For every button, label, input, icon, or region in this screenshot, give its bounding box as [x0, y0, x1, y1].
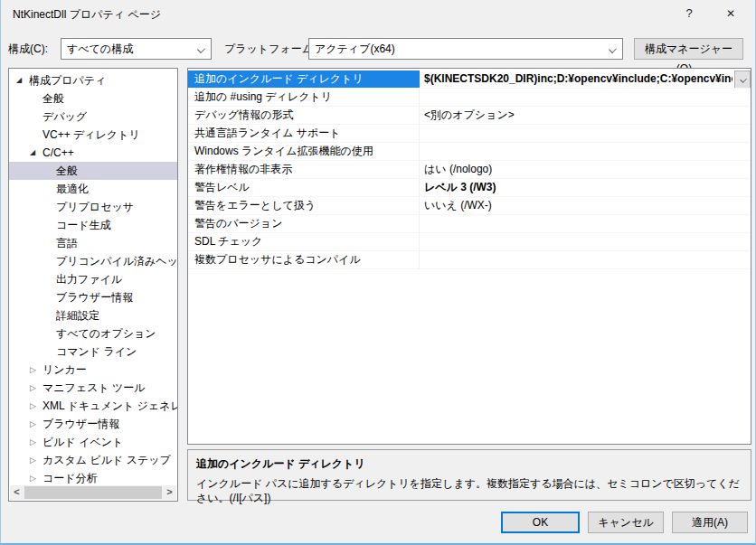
tree-collapsed-icon[interactable]: ▷ [30, 451, 43, 469]
platform-value: アクティブ(x64) [315, 42, 395, 55]
property-value[interactable]: はい (/nologo) [420, 161, 751, 178]
help-icon[interactable]: ? [670, 0, 708, 27]
property-value-text: $(KINECTSDK20_DIR)inc;D:¥opencv¥include;… [424, 70, 732, 88]
property-row[interactable]: 警告のバージョン [188, 215, 751, 233]
property-name[interactable]: デバッグ情報の形式 [188, 107, 420, 124]
tree-expanded-icon[interactable]: ◢ [30, 144, 43, 162]
tree-item[interactable]: 出力ファイル [9, 270, 177, 288]
tree-item-label: コード分析 [43, 469, 98, 487]
tree-collapsed-icon[interactable]: ▷ [30, 469, 43, 487]
property-value[interactable]: <別のオプション> [420, 107, 751, 124]
property-row[interactable]: 警告レベルレベル 3 (/W3) [188, 179, 751, 197]
tree-item[interactable]: 最適化 [9, 180, 177, 198]
platform-dropdown[interactable]: アクティブ(x64) [308, 38, 623, 60]
property-row[interactable]: Windows ランタイム拡張機能の使用 [188, 143, 751, 161]
chevron-down-icon [609, 45, 617, 53]
property-name[interactable]: 警告のバージョン [188, 215, 420, 232]
tree-item[interactable]: VC++ ディレクトリ [9, 126, 177, 144]
property-pages-dialog: NtKinectDll プロパティ ページ ? ✕ 構成(C): すべての構成 … [0, 0, 756, 545]
property-name[interactable]: 複数プロセッサによるコンパイル [188, 251, 420, 268]
tree-item-label: 出力ファイル [56, 270, 122, 288]
tree-item[interactable]: ブラウザー情報 [9, 288, 177, 306]
tree-collapsed-icon[interactable]: ▷ [30, 379, 43, 397]
tree-collapsed-icon[interactable]: ▷ [30, 397, 43, 415]
tree-item[interactable]: ▷XML ドキュメント ジェネレーター [9, 397, 177, 415]
tree-item[interactable]: ▷ビルド イベント [9, 433, 177, 451]
scroll-right-arrow-icon[interactable]: > [163, 485, 176, 500]
tree-item[interactable]: ▷リンカー [9, 361, 177, 379]
tree-collapsed-icon[interactable]: ▷ [30, 433, 43, 451]
tree-item[interactable]: すべてのオプション [9, 324, 177, 343]
tree-item-label: 最適化 [56, 180, 89, 198]
description-body: インクルード パスに追加するディレクトリを指定します。複数指定する場合には、セミ… [196, 476, 742, 505]
property-name[interactable]: Windows ランタイム拡張機能の使用 [188, 143, 420, 160]
property-name[interactable]: 追加のインクルード ディレクトリ [188, 70, 420, 88]
configuration-value: すべての構成 [67, 42, 133, 55]
tree-item-label: コマンド ライン [56, 343, 137, 361]
configuration-manager-button[interactable]: 構成マネージャー(O)... [634, 38, 743, 60]
property-grid-panel: 追加のインクルード ディレクトリ$(KINECTSDK20_DIR)inc;D:… [187, 68, 751, 445]
property-value[interactable] [420, 143, 751, 160]
tree-item[interactable]: ▷マニフェスト ツール [9, 379, 177, 397]
scroll-left-arrow-icon[interactable]: < [10, 485, 24, 500]
tree-item[interactable]: ▷コード分析 [9, 469, 177, 487]
property-row[interactable]: SDL チェック [188, 233, 751, 251]
tree-collapsed-icon[interactable]: ▷ [30, 415, 43, 433]
configuration-label: 構成(C): [8, 38, 48, 60]
tree-item[interactable]: コマンド ライン [9, 343, 177, 361]
property-name[interactable]: 警告レベル [188, 179, 420, 196]
tree-item[interactable]: 詳細設定 [9, 306, 177, 324]
scrollbar-thumb[interactable] [24, 486, 162, 499]
property-row[interactable]: 共通言語ランタイム サポート [188, 125, 751, 143]
tree-item-label: 言語 [56, 234, 78, 252]
property-value[interactable]: レベル 3 (/W3) [420, 179, 751, 196]
property-row[interactable]: デバッグ情報の形式<別のオプション> [188, 107, 751, 125]
tree-item-label: XML ドキュメント ジェネレーター [43, 397, 177, 415]
property-row[interactable]: 追加のインクルード ディレクトリ$(KINECTSDK20_DIR)inc;D:… [188, 70, 751, 89]
property-value[interactable] [420, 251, 751, 268]
property-name[interactable]: 共通言語ランタイム サポート [188, 125, 420, 142]
tree-item[interactable]: ▷ブラウザー情報 [9, 415, 177, 433]
tree-item[interactable]: プリコンパイル済みヘッダー [9, 252, 177, 270]
tree-item[interactable]: ◢構成プロパティ [9, 71, 177, 89]
property-name[interactable]: 著作権情報の非表示 [188, 161, 420, 178]
property-row[interactable]: 警告をエラーとして扱ういいえ (/WX-) [188, 197, 751, 215]
settings-tree-panel: ◢構成プロパティ全般デバッグVC++ ディレクトリ◢C/C++全般最適化プリプロ… [8, 68, 178, 502]
property-row[interactable]: 追加の #using ディレクトリ [188, 89, 751, 107]
configuration-dropdown[interactable]: すべての構成 [61, 38, 212, 60]
tree-expanded-icon[interactable]: ◢ [16, 71, 29, 89]
tree-item[interactable]: ▷カスタム ビルド ステップ [9, 451, 177, 469]
tree-item[interactable]: デバッグ [9, 108, 177, 126]
cancel-button[interactable]: キャンセル [588, 512, 664, 533]
tree-item-label: ブラウザー情報 [43, 415, 119, 433]
tree-item[interactable]: 全般 [9, 89, 177, 108]
property-row[interactable]: 著作権情報の非表示はい (/nologo) [188, 161, 751, 179]
tree-collapsed-icon[interactable]: ▷ [30, 361, 43, 379]
description-panel: 追加のインクルード ディレクトリ インクルード パスに追加するディレクトリを指定… [187, 449, 751, 501]
tree-item[interactable]: 言語 [9, 234, 177, 252]
property-name[interactable]: 追加の #using ディレクトリ [188, 89, 420, 106]
tree-item-label: C/C++ [43, 144, 74, 162]
ok-button[interactable]: OK [501, 512, 580, 533]
property-row[interactable]: 複数プロセッサによるコンパイル [188, 251, 751, 269]
tree-item-label: リンカー [43, 361, 87, 379]
tree-horizontal-scrollbar[interactable]: < > [10, 485, 176, 500]
property-value-text: レベル 3 (/W3) [424, 179, 751, 196]
property-value[interactable] [420, 233, 751, 250]
value-dropdown-button[interactable] [734, 70, 751, 88]
tree-item[interactable]: 全般 [9, 162, 177, 180]
tree-item[interactable]: コード生成 [9, 216, 177, 234]
close-icon[interactable]: ✕ [712, 0, 750, 27]
property-value[interactable]: $(KINECTSDK20_DIR)inc;D:¥opencv¥include;… [420, 70, 751, 88]
tree-item[interactable]: プリプロセッサ [9, 198, 177, 216]
property-value[interactable] [420, 125, 751, 142]
tree-item[interactable]: ◢C/C++ [9, 144, 177, 162]
property-value[interactable] [420, 89, 751, 106]
property-value[interactable]: いいえ (/WX-) [420, 197, 751, 214]
tree-item-label: 全般 [43, 89, 64, 108]
property-name[interactable]: 警告をエラーとして扱う [188, 197, 420, 214]
apply-button[interactable]: 適用(A) [672, 512, 748, 533]
property-name[interactable]: SDL チェック [188, 233, 420, 250]
property-value[interactable] [420, 215, 751, 232]
tree-item-label: ビルド イベント [43, 433, 123, 451]
